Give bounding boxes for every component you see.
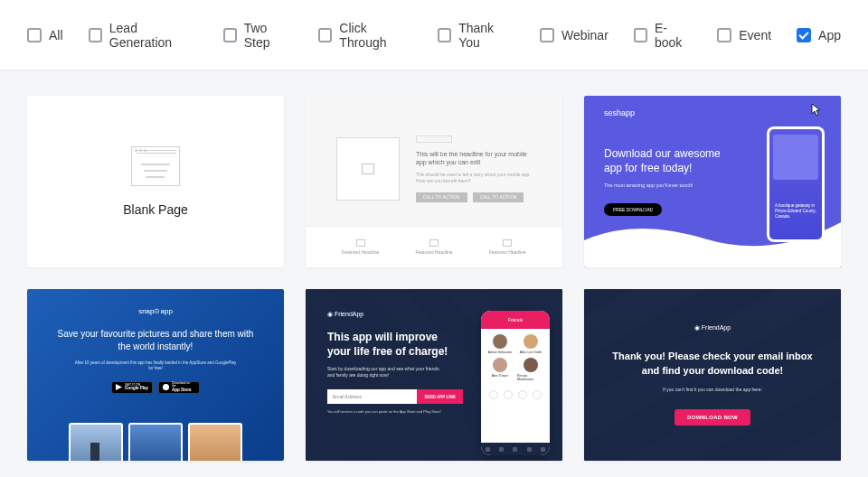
download-button: DOWNLOAD NOW — [675, 409, 750, 426]
cta-button: CALL TO ACTION — [416, 192, 467, 202]
play-icon — [116, 384, 122, 390]
filter-label: All — [49, 28, 63, 42]
wireframe-features: Featured Headline Featured Headline Feat… — [306, 226, 562, 267]
brand-logo: snap⊙app — [27, 307, 284, 315]
filter-label: Event — [739, 28, 771, 42]
avatar-icon — [524, 358, 538, 372]
phone-mockup: A boutique getaway in Prince Edward Coun… — [767, 126, 825, 242]
headline: Save your favourite pictures and share t… — [27, 328, 284, 353]
cta-button: CALL TO ACTION — [473, 192, 524, 202]
template-card-friendapp-thankyou[interactable]: FriendApp Thank you! Please check your e… — [584, 289, 841, 461]
template-card-friendapp[interactable]: FriendApp This app will improve your lif… — [306, 289, 562, 461]
filter-label: Lead Generation — [109, 21, 198, 50]
download-button: FREE DOWNLOAD — [604, 203, 662, 216]
checkbox-icon — [634, 28, 647, 42]
filter-ebook[interactable]: E-book — [634, 21, 692, 50]
template-card-blank[interactable]: Blank Page — [27, 96, 284, 267]
avatar-icon — [524, 334, 538, 349]
headline: Download our awesome app for free today! — [604, 146, 731, 175]
filter-thank-you[interactable]: Thank You — [438, 21, 514, 50]
filter-event[interactable]: Event — [717, 28, 771, 42]
screenshot-thumb — [188, 423, 242, 461]
checkbox-icon — [223, 28, 237, 42]
filter-label: Thank You — [458, 21, 514, 50]
feature-label: Featured Headline — [415, 249, 452, 255]
feature-icon — [503, 239, 512, 247]
filter-bar: All Lead Generation Two Step Click Throu… — [0, 0, 868, 70]
checkbox-checked-icon — [797, 28, 811, 42]
wireframe-subline: This should be used to tell a story abou… — [416, 172, 532, 183]
app-store-badge: Download on theApp Store — [158, 381, 200, 394]
email-field: Email Address — [327, 389, 417, 404]
apple-icon — [163, 384, 169, 390]
phone-mockup: Friends Adrian Sebastian Allan Lee Smith… — [481, 311, 550, 455]
checkbox-icon — [27, 28, 42, 42]
store-badges: GET IT ONGoogle Play Download on theApp … — [27, 381, 284, 394]
filter-all[interactable]: All — [27, 28, 63, 42]
filter-label: E-book — [655, 21, 692, 50]
wireframe-headline: This will be the headline for your mobil… — [416, 150, 532, 166]
avatar-icon — [493, 334, 507, 349]
logo-placeholder — [416, 136, 452, 143]
filter-label: Two Step — [244, 21, 293, 50]
brand-logo: seshapp — [604, 108, 635, 117]
checkbox-icon — [717, 28, 731, 42]
blank-page-icon — [131, 146, 180, 186]
feature-icon — [356, 239, 365, 247]
template-title: Blank Page — [123, 202, 188, 217]
checkbox-icon — [438, 28, 451, 42]
screenshot-thumb — [69, 423, 123, 461]
filter-webinar[interactable]: Webinar — [540, 28, 609, 42]
feature-icon — [429, 239, 439, 247]
email-form: Email Address SEND APP LINK — [327, 389, 463, 404]
headline: Thank you! Please check your email inbox… — [611, 350, 814, 378]
cursor-icon — [808, 103, 823, 117]
subline: The most amazing app you'll ever touch! — [604, 182, 731, 188]
feature-label: Featured Headline — [489, 249, 526, 255]
google-play-badge: GET IT ONGoogle Play — [111, 381, 153, 394]
template-grid: Blank Page This will be the headline for… — [0, 70, 868, 477]
filter-click-through[interactable]: Click Through — [318, 21, 412, 50]
filter-label: Click Through — [339, 21, 412, 50]
checkbox-icon — [540, 28, 554, 42]
subline: If you can't find it you can download th… — [611, 387, 814, 392]
template-card-seshapp[interactable]: seshapp Download our awesome app for fre… — [584, 96, 841, 267]
phone-header: Friends — [481, 311, 550, 329]
subline: Start by downloading our app and see wha… — [327, 366, 445, 379]
subline: After 10 years of development this app h… — [27, 360, 284, 372]
filter-lead-generation[interactable]: Lead Generation — [89, 21, 198, 50]
submit-button: SEND APP LINK — [417, 389, 463, 404]
template-card-wireframe[interactable]: This will be the headline for your mobil… — [306, 96, 562, 267]
filter-label: Webinar — [561, 28, 609, 42]
feature-label: Featured Headline — [342, 249, 379, 255]
phone-caption: A boutique getaway in Prince Edward Coun… — [775, 203, 816, 220]
image-placeholder-icon — [336, 137, 400, 201]
brand-logo: FriendApp — [611, 324, 814, 332]
filter-label: App — [818, 28, 841, 42]
wireframe-hero: This will be the headline for your mobil… — [306, 96, 562, 226]
screenshot-thumb — [128, 423, 183, 461]
avatar-icon — [493, 358, 507, 372]
checkbox-icon — [89, 28, 102, 42]
filter-app[interactable]: App — [797, 28, 841, 42]
headline: This app will improve your life free of … — [327, 331, 454, 359]
filter-two-step[interactable]: Two Step — [223, 21, 294, 50]
checkbox-icon — [318, 28, 332, 42]
screenshot-row — [27, 416, 284, 461]
template-card-snapapp[interactable]: snap⊙app Save your favourite pictures an… — [27, 289, 284, 461]
